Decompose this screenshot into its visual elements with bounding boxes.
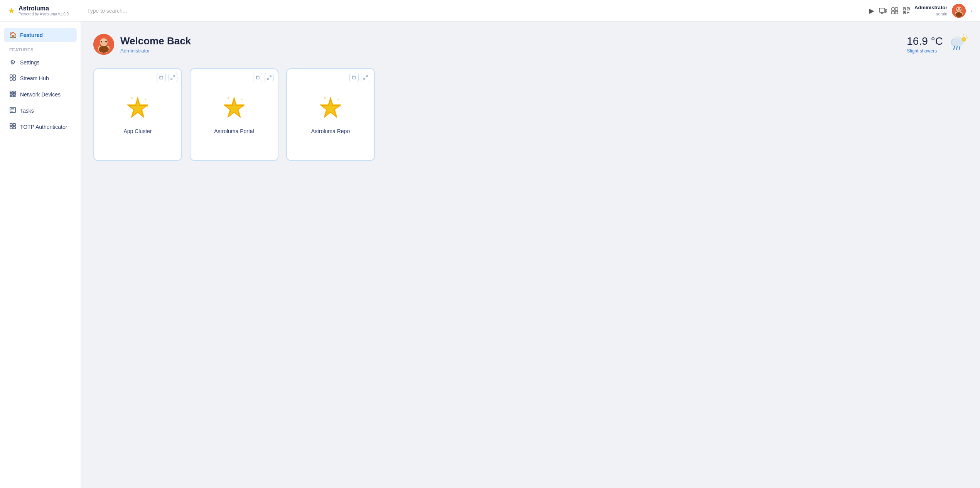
weather-description: Slight showers: [907, 48, 943, 54]
svg-rect-12: [904, 8, 905, 9]
user-menu-chevron-icon[interactable]: ›: [970, 8, 972, 14]
card-expand-btn-repo[interactable]: [361, 73, 370, 82]
qr-code-icon[interactable]: [903, 7, 910, 14]
weather-icon: [948, 32, 968, 56]
svg-rect-28: [13, 78, 15, 80]
logo: ★ Astroluma Powered by Astroluma v1.0.0: [8, 5, 81, 16]
svg-line-58: [966, 35, 967, 36]
main-content: Welcome Back Administrator 16.9 °C Sligh…: [81, 22, 980, 488]
card-expand-btn-cluster[interactable]: [168, 73, 177, 82]
svg-line-59: [967, 38, 968, 38]
sidebar-item-featured-label: Featured: [20, 32, 43, 38]
svg-rect-4: [885, 11, 886, 12]
svg-point-83: [340, 106, 341, 107]
svg-point-74: [241, 99, 243, 100]
sidebar-section-features: Features: [4, 44, 77, 54]
user-name-label: Administrator: [914, 5, 947, 11]
svg-point-73: [228, 97, 229, 99]
sidebar-item-settings-label: Settings: [20, 59, 40, 66]
card-copy-btn-cluster[interactable]: [157, 73, 166, 82]
svg-point-66: [145, 99, 146, 100]
svg-rect-5: [892, 8, 894, 10]
welcome-header: Welcome Back Administrator 16.9 °C Sligh…: [93, 32, 968, 56]
weather-info: 16.9 °C Slight showers: [907, 35, 943, 54]
app-card-cluster[interactable]: App Cluster: [93, 68, 182, 161]
svg-rect-0: [879, 8, 885, 12]
app-card-repo[interactable]: Astroluma Repo: [286, 68, 375, 161]
svg-rect-60: [160, 76, 163, 79]
welcome-username: Administrator: [120, 48, 191, 54]
grid2-icon[interactable]: [891, 7, 898, 14]
sidebar-item-stream-hub[interactable]: Stream Hub: [4, 71, 77, 86]
card-actions-portal: [253, 73, 274, 82]
home-icon: 🏠: [9, 31, 16, 39]
sidebar-item-tasks[interactable]: Tasks: [4, 103, 77, 118]
svg-point-56: [961, 37, 966, 42]
svg-rect-76: [353, 76, 356, 79]
sidebar-item-network-devices-label: Network Devices: [20, 91, 61, 98]
svg-line-61: [173, 76, 175, 77]
svg-point-48: [105, 41, 107, 42]
sidebar-item-totp-label: TOTP Authenticator: [20, 124, 67, 130]
svg-rect-14: [904, 12, 905, 13]
search-input[interactable]: [87, 8, 319, 14]
card-title-cluster: App Cluster: [123, 128, 152, 134]
svg-point-47: [101, 41, 102, 42]
svg-point-22: [955, 12, 962, 17]
card-actions-cluster: [157, 73, 177, 82]
card-copy-btn-portal[interactable]: [253, 73, 262, 82]
weather-widget: 16.9 °C Slight showers: [907, 32, 968, 56]
svg-line-53: [954, 46, 955, 49]
svg-rect-13: [908, 8, 909, 9]
svg-rect-34: [13, 96, 15, 96]
svg-rect-40: [13, 123, 15, 126]
app-title: Astroluma: [19, 5, 69, 12]
stream-hub-icon: [9, 74, 16, 82]
welcome-left: Welcome Back Administrator: [93, 34, 191, 55]
settings-icon: ⚙: [9, 59, 16, 66]
app-card-portal[interactable]: Astroluma Portal: [190, 68, 278, 161]
sidebar-item-network-devices[interactable]: Network Devices: [4, 87, 77, 102]
svg-rect-25: [10, 75, 12, 77]
navbar-right: ▶: [869, 4, 972, 18]
sidebar-item-tasks-label: Tasks: [20, 108, 34, 114]
svg-rect-27: [10, 78, 12, 80]
user-info: Administrator admin: [914, 5, 947, 17]
app-subtitle: Powered by Astroluma v1.0.0: [19, 12, 69, 16]
svg-rect-68: [256, 76, 259, 79]
logo-text: Astroluma Powered by Astroluma v1.0.0: [19, 5, 69, 16]
svg-rect-39: [10, 123, 12, 126]
svg-rect-33: [10, 96, 12, 96]
svg-rect-32: [13, 93, 15, 95]
svg-point-65: [131, 97, 133, 99]
welcome-text: Welcome Back Administrator: [120, 35, 191, 54]
weather-temperature: 16.9 °C: [907, 35, 943, 47]
search-container: [87, 7, 319, 14]
sidebar-item-totp[interactable]: TOTP Authenticator: [4, 120, 77, 134]
svg-rect-26: [13, 75, 15, 77]
user-role-label: admin: [936, 11, 947, 17]
svg-point-82: [338, 99, 339, 100]
svg-rect-30: [13, 91, 15, 93]
card-expand-btn-portal[interactable]: [265, 73, 274, 82]
svg-point-52: [952, 39, 963, 46]
sidebar-item-stream-hub-label: Stream Hub: [20, 75, 49, 81]
sidebar-item-settings[interactable]: ⚙ Settings: [4, 55, 77, 69]
avatar[interactable]: [952, 4, 966, 18]
svg-point-23: [957, 8, 958, 9]
screen-cast-icon[interactable]: [879, 8, 887, 14]
network-devices-icon: [9, 91, 16, 98]
video-icon[interactable]: ▶: [869, 7, 874, 15]
svg-point-24: [960, 8, 961, 9]
svg-rect-18: [908, 12, 909, 13]
sidebar: 🏠 Featured Features ⚙ Settings Stream Hu…: [0, 22, 81, 488]
svg-line-54: [956, 46, 957, 49]
svg-rect-3: [885, 9, 886, 10]
tasks-icon: [9, 107, 16, 115]
sidebar-item-featured[interactable]: 🏠 Featured: [4, 28, 77, 42]
totp-icon: [9, 123, 16, 131]
svg-rect-41: [10, 127, 12, 129]
card-copy-btn-repo[interactable]: [349, 73, 359, 82]
svg-point-75: [243, 106, 244, 107]
card-title-repo: Astroluma Repo: [311, 128, 350, 134]
